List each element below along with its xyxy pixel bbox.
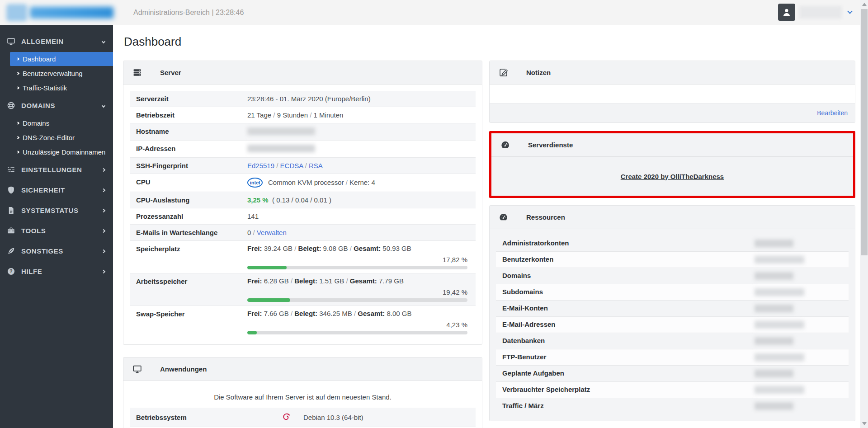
page-scrollbar[interactable] (860, 0, 868, 428)
row-label: Administratorkonten (502, 239, 569, 247)
sidebar-section-einstellungen[interactable]: EINSTELLUNGEN (0, 160, 113, 180)
server-services-panel: Serverdienste Create 2020 by OlliTheDark… (489, 131, 855, 198)
sidebar-section-hilfe[interactable]: ?HILFE (0, 261, 113, 282)
edit-notes-link[interactable]: Bearbeiten (817, 109, 848, 117)
usage-percent: 4,23 % (247, 321, 467, 329)
sidebar-item-benutzerverwaltung[interactable]: Benutzerverwaltung (0, 66, 113, 80)
shield-icon (7, 186, 15, 194)
sidebar-section-allgemein[interactable]: ALLGEMEIN (0, 31, 113, 52)
admin-dashboard-page: Administrations-Bereich | 23:28:46 ALLGE… (0, 0, 868, 428)
redacted-value (755, 353, 804, 361)
resource-row-administratorkonten: Administratorkonten (496, 235, 849, 252)
resource-row-domains: Domains (496, 268, 849, 284)
usage-percent: 19,42 % (247, 288, 467, 296)
resources-panel-header: Ressourcen (490, 206, 855, 229)
sidebar-item-label: Domains (23, 119, 49, 127)
sidebar-section-label: SONSTIGES (21, 247, 102, 255)
sidebar-item-domains[interactable]: Domains (0, 116, 113, 130)
row-label: IP-Adressen (136, 144, 247, 152)
scroll-down-arrow-icon[interactable] (862, 422, 867, 425)
sidebar-section-domains[interactable]: DOMAINS (0, 95, 113, 116)
redacted-value (755, 305, 793, 312)
chevron-right-icon (16, 136, 19, 139)
monitor-icon (7, 37, 15, 46)
row-label: Betriebszeit (136, 111, 247, 119)
gauge-icon (500, 140, 510, 150)
resource-row-datenbanken: Datenbanken (496, 333, 849, 349)
application-row-betriebssystem: BetriebssystemDebian 10.3 (64-bit) (130, 408, 476, 427)
scrollbar-thumb[interactable] (861, 9, 868, 255)
ed25519-link[interactable]: Ed25519 (247, 162, 274, 169)
ecdsa-link[interactable]: ECDSA (280, 162, 303, 169)
site-logo[interactable] (6, 3, 119, 21)
server-row-hostname: Hostname (130, 123, 476, 141)
cpu-load-detail: ( 0.13 / 0.04 / 0.01 ) (272, 196, 331, 204)
row-label: Serverzeit (136, 94, 247, 103)
manage-queue-link[interactable]: Verwalten (257, 229, 287, 236)
sidebar-section-tools[interactable]: TOOLS (0, 221, 113, 241)
row-value: 23:28:46 - 01. März 2020 (Europe/Berlin) (247, 94, 469, 103)
chevron-right-icon (16, 57, 19, 61)
chevron-down-icon (102, 39, 105, 43)
row-label: SSH-Fingerprint (136, 161, 247, 169)
sidebar-section-label: SYSTEMSTATUS (21, 207, 102, 214)
row-label: E-Mail-Adressen (502, 320, 556, 328)
row-value: 21 Tage / 9 Stunden / 1 Minuten (247, 111, 469, 119)
sidebar-section-sicherheit[interactable]: SICHERHEIT (0, 180, 113, 200)
resource-row-e-mail-konten: E-Mail-Konten (496, 301, 849, 317)
cpu-value: Common KVM processor / Kerne: 4 (268, 179, 375, 186)
server-icon (132, 68, 142, 77)
sidebar-section-sonstiges[interactable]: SONSTIGES (0, 241, 113, 261)
sidebar-item-dashboard[interactable]: Dashboard (10, 52, 113, 66)
server-row-cpu-auslastung: CPU-Auslastung3,25 % ( 0.13 / 0.04 / 0.0… (130, 192, 476, 208)
scroll-up-arrow-icon[interactable] (862, 3, 867, 6)
notes-footer: Bearbeiten (490, 103, 855, 122)
row-label: CPU (136, 178, 247, 186)
chevron-right-icon (16, 86, 19, 89)
debian-icon (281, 412, 292, 423)
chevron-right-icon (102, 249, 105, 253)
redacted-value (755, 370, 793, 377)
applications-panel-title: Anwendungen (160, 365, 207, 373)
chevron-down-icon (102, 103, 105, 107)
usage-values: Frei: 6.28 GB / Belegt: 1.51 GB / Gesamt… (247, 277, 467, 285)
resource-row-e-mail-adressen: E-Mail-Adressen (496, 317, 849, 333)
server-row-betriebszeit: Betriebszeit21 Tage / 9 Stunden / 1 Minu… (130, 107, 476, 123)
row-label: FTP-Benutzer (502, 353, 547, 361)
services-credit-link[interactable]: Create 2020 by OlliTheDarkness (621, 173, 724, 180)
resource-row-benutzerkonten: Benutzerkonten (496, 252, 849, 268)
page-title: Dashboard (124, 35, 860, 49)
notes-empty-body (490, 85, 855, 103)
user-menu[interactable] (778, 4, 852, 21)
document-icon (7, 206, 15, 215)
row-label: Betriebssystem (136, 413, 247, 421)
admin-area-title: Administrations-Bereich | 23:28:46 (133, 0, 244, 25)
sidebar-item-traffic-statistik[interactable]: Traffic-Statistik (0, 81, 113, 95)
usage-bar (247, 298, 467, 302)
monitor-icon (132, 364, 142, 374)
row-label: E-Mail-Konten (502, 304, 548, 312)
redacted-value (755, 272, 793, 280)
resource-row-ftp-benutzer: FTP-Benutzer (496, 349, 849, 366)
sidebar-item-unzul-ssige-domainnamen[interactable]: Unzulässige Domainnamen (0, 145, 113, 159)
server-row-cpu: CPUintelCommon KVM processor / Kerne: 4 (130, 174, 476, 192)
row-label: Arbeitsspeicher (136, 277, 247, 285)
row-value: 141 (247, 212, 469, 220)
main-content: Dashboard Server Serverzeit23:28:46 - 01… (113, 25, 860, 428)
resource-row-verbrauchter-speicherplatz: Verbrauchter Speicherplatz (496, 382, 849, 398)
rsa-link[interactable]: RSA (309, 162, 323, 169)
sidebar-item-dns-zone-editor[interactable]: DNS-Zone-Editor (0, 131, 113, 145)
user-avatar-icon (778, 4, 795, 21)
sidebar-section-label: TOOLS (21, 227, 102, 235)
row-label: Datenbanken (502, 337, 545, 344)
server-services-header: Serverdienste (491, 133, 853, 157)
row-label: E-Mails in Warteschlange (136, 228, 247, 236)
row-value: Debian 10.3 (64-bit) (303, 414, 363, 421)
sidebar-section-systemstatus[interactable]: SYSTEMSTATUS (0, 200, 113, 221)
cpu-load-percent: 3,25 % (247, 196, 269, 204)
sidebar-item-label: Dashboard (23, 55, 56, 63)
resources-panel-title: Ressourcen (526, 213, 565, 221)
applications-panel: Anwendungen Die Software auf Ihrem Serve… (123, 357, 482, 428)
sidebar-item-label: Benutzerverwaltung (23, 70, 83, 77)
notes-panel: Notizen Bearbeiten (489, 61, 855, 123)
